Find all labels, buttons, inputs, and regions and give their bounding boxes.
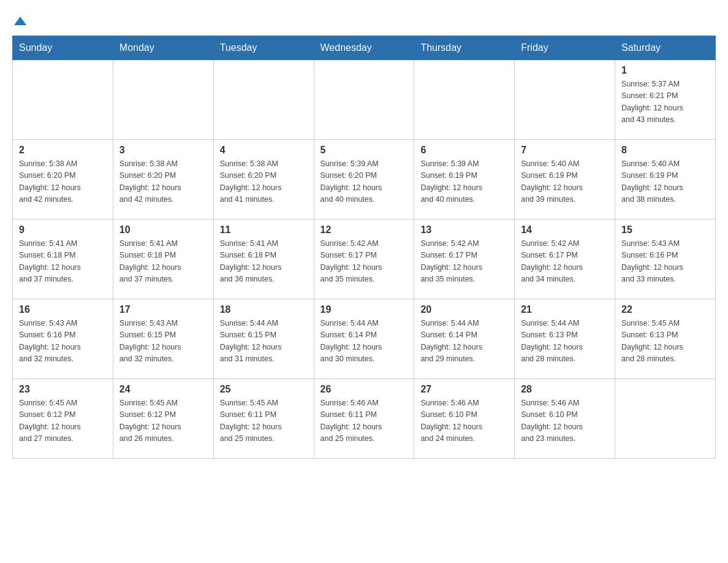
day-info: Sunrise: 5:44 AM Sunset: 6:14 PM Dayligh… (320, 318, 408, 366)
calendar-cell: 28Sunrise: 5:46 AM Sunset: 6:10 PM Dayli… (515, 379, 615, 459)
calendar-cell: 18Sunrise: 5:44 AM Sunset: 6:15 PM Dayli… (213, 299, 314, 379)
calendar-cell: 1Sunrise: 5:37 AM Sunset: 6:21 PM Daylig… (615, 60, 716, 140)
calendar-cell: 11Sunrise: 5:41 AM Sunset: 6:18 PM Dayli… (213, 220, 314, 299)
week-row-5: 23Sunrise: 5:45 AM Sunset: 6:12 PM Dayli… (13, 379, 716, 459)
week-row-4: 16Sunrise: 5:43 AM Sunset: 6:16 PM Dayli… (13, 299, 716, 379)
calendar-cell: 2Sunrise: 5:38 AM Sunset: 6:20 PM Daylig… (13, 140, 113, 220)
calendar-cell (314, 60, 414, 140)
day-number: 25 (220, 384, 308, 395)
day-number: 24 (119, 384, 207, 395)
weekday-header-sunday: Sunday (13, 36, 113, 60)
day-info: Sunrise: 5:43 AM Sunset: 6:15 PM Dayligh… (119, 318, 207, 366)
calendar-cell: 14Sunrise: 5:42 AM Sunset: 6:17 PM Dayli… (515, 220, 615, 299)
day-number: 10 (119, 224, 207, 236)
logo-triangle-icon (14, 17, 26, 25)
day-number: 17 (119, 304, 207, 315)
calendar-cell: 25Sunrise: 5:45 AM Sunset: 6:11 PM Dayli… (213, 379, 314, 459)
weekday-header-tuesday: Tuesday (213, 36, 314, 60)
day-number: 12 (320, 224, 408, 236)
calendar-cell (213, 60, 314, 140)
calendar-table: SundayMondayTuesdayWednesdayThursdayFrid… (12, 36, 716, 459)
calendar-cell: 15Sunrise: 5:43 AM Sunset: 6:16 PM Dayli… (615, 220, 716, 299)
day-info: Sunrise: 5:46 AM Sunset: 6:10 PM Dayligh… (521, 397, 609, 445)
day-number: 20 (420, 304, 508, 315)
calendar-cell: 6Sunrise: 5:39 AM Sunset: 6:19 PM Daylig… (414, 140, 515, 220)
calendar-cell: 5Sunrise: 5:39 AM Sunset: 6:20 PM Daylig… (314, 140, 414, 220)
day-info: Sunrise: 5:41 AM Sunset: 6:18 PM Dayligh… (220, 238, 308, 286)
day-info: Sunrise: 5:37 AM Sunset: 6:21 PM Dayligh… (621, 79, 709, 126)
day-info: Sunrise: 5:46 AM Sunset: 6:10 PM Dayligh… (420, 397, 508, 445)
week-row-2: 2Sunrise: 5:38 AM Sunset: 6:20 PM Daylig… (13, 140, 716, 220)
calendar-cell (515, 60, 615, 140)
calendar-cell: 26Sunrise: 5:46 AM Sunset: 6:11 PM Dayli… (314, 379, 414, 459)
day-info: Sunrise: 5:38 AM Sunset: 6:20 PM Dayligh… (119, 158, 207, 206)
day-info: Sunrise: 5:43 AM Sunset: 6:16 PM Dayligh… (621, 238, 709, 286)
week-row-1: 1Sunrise: 5:37 AM Sunset: 6:21 PM Daylig… (13, 60, 716, 140)
calendar-cell: 16Sunrise: 5:43 AM Sunset: 6:16 PM Dayli… (13, 299, 113, 379)
day-number: 13 (420, 224, 508, 236)
day-number: 28 (521, 384, 609, 395)
day-number: 27 (420, 384, 508, 395)
weekday-header-friday: Friday (515, 36, 615, 60)
day-number: 1 (621, 65, 709, 76)
calendar-cell: 27Sunrise: 5:46 AM Sunset: 6:10 PM Dayli… (414, 379, 515, 459)
day-number: 15 (621, 224, 709, 236)
day-number: 5 (320, 145, 408, 156)
calendar-cell (113, 60, 213, 140)
day-number: 6 (420, 145, 508, 156)
calendar-cell (615, 379, 716, 459)
day-info: Sunrise: 5:42 AM Sunset: 6:17 PM Dayligh… (320, 238, 408, 286)
day-info: Sunrise: 5:41 AM Sunset: 6:18 PM Dayligh… (119, 238, 207, 286)
day-number: 9 (19, 224, 107, 236)
day-number: 2 (19, 145, 107, 156)
calendar-cell: 24Sunrise: 5:45 AM Sunset: 6:12 PM Dayli… (113, 379, 213, 459)
day-info: Sunrise: 5:40 AM Sunset: 6:19 PM Dayligh… (621, 158, 709, 206)
calendar-cell: 3Sunrise: 5:38 AM Sunset: 6:20 PM Daylig… (113, 140, 213, 220)
calendar-cell: 4Sunrise: 5:38 AM Sunset: 6:20 PM Daylig… (213, 140, 314, 220)
calendar-cell: 7Sunrise: 5:40 AM Sunset: 6:19 PM Daylig… (515, 140, 615, 220)
weekday-header-monday: Monday (113, 36, 213, 60)
day-number: 21 (521, 304, 609, 315)
calendar-cell (13, 60, 113, 140)
day-number: 7 (521, 145, 609, 156)
calendar-cell: 9Sunrise: 5:41 AM Sunset: 6:18 PM Daylig… (13, 220, 113, 299)
day-info: Sunrise: 5:44 AM Sunset: 6:14 PM Dayligh… (420, 318, 508, 366)
calendar-cell: 23Sunrise: 5:45 AM Sunset: 6:12 PM Dayli… (13, 379, 113, 459)
day-info: Sunrise: 5:44 AM Sunset: 6:13 PM Dayligh… (521, 318, 609, 366)
calendar-cell: 22Sunrise: 5:45 AM Sunset: 6:13 PM Dayli… (615, 299, 716, 379)
calendar-cell: 12Sunrise: 5:42 AM Sunset: 6:17 PM Dayli… (314, 220, 414, 299)
day-number: 11 (220, 224, 308, 236)
logo-general (12, 12, 26, 29)
day-info: Sunrise: 5:39 AM Sunset: 6:20 PM Dayligh… (320, 158, 408, 206)
logo (12, 12, 26, 29)
day-number: 22 (621, 304, 709, 315)
calendar-cell: 13Sunrise: 5:42 AM Sunset: 6:17 PM Dayli… (414, 220, 515, 299)
day-info: Sunrise: 5:45 AM Sunset: 6:12 PM Dayligh… (19, 397, 107, 445)
day-number: 19 (320, 304, 408, 315)
day-info: Sunrise: 5:45 AM Sunset: 6:12 PM Dayligh… (119, 397, 207, 445)
calendar-cell: 20Sunrise: 5:44 AM Sunset: 6:14 PM Dayli… (414, 299, 515, 379)
day-info: Sunrise: 5:44 AM Sunset: 6:15 PM Dayligh… (220, 318, 308, 366)
day-number: 14 (521, 224, 609, 236)
page-header (12, 12, 716, 29)
day-number: 18 (220, 304, 308, 315)
day-number: 23 (19, 384, 107, 395)
day-number: 8 (621, 145, 709, 156)
calendar-cell: 21Sunrise: 5:44 AM Sunset: 6:13 PM Dayli… (515, 299, 615, 379)
day-info: Sunrise: 5:38 AM Sunset: 6:20 PM Dayligh… (19, 158, 107, 206)
weekday-header-row: SundayMondayTuesdayWednesdayThursdayFrid… (13, 36, 716, 60)
day-info: Sunrise: 5:46 AM Sunset: 6:11 PM Dayligh… (320, 397, 408, 445)
day-number: 3 (119, 145, 207, 156)
day-info: Sunrise: 5:38 AM Sunset: 6:20 PM Dayligh… (220, 158, 308, 206)
week-row-3: 9Sunrise: 5:41 AM Sunset: 6:18 PM Daylig… (13, 220, 716, 299)
day-number: 26 (320, 384, 408, 395)
calendar-cell (414, 60, 515, 140)
day-number: 4 (220, 145, 308, 156)
day-info: Sunrise: 5:42 AM Sunset: 6:17 PM Dayligh… (521, 238, 609, 286)
day-info: Sunrise: 5:42 AM Sunset: 6:17 PM Dayligh… (420, 238, 508, 286)
day-info: Sunrise: 5:45 AM Sunset: 6:13 PM Dayligh… (621, 318, 709, 366)
calendar-cell: 17Sunrise: 5:43 AM Sunset: 6:15 PM Dayli… (113, 299, 213, 379)
day-info: Sunrise: 5:41 AM Sunset: 6:18 PM Dayligh… (19, 238, 107, 286)
day-number: 16 (19, 304, 107, 315)
day-info: Sunrise: 5:45 AM Sunset: 6:11 PM Dayligh… (220, 397, 308, 445)
